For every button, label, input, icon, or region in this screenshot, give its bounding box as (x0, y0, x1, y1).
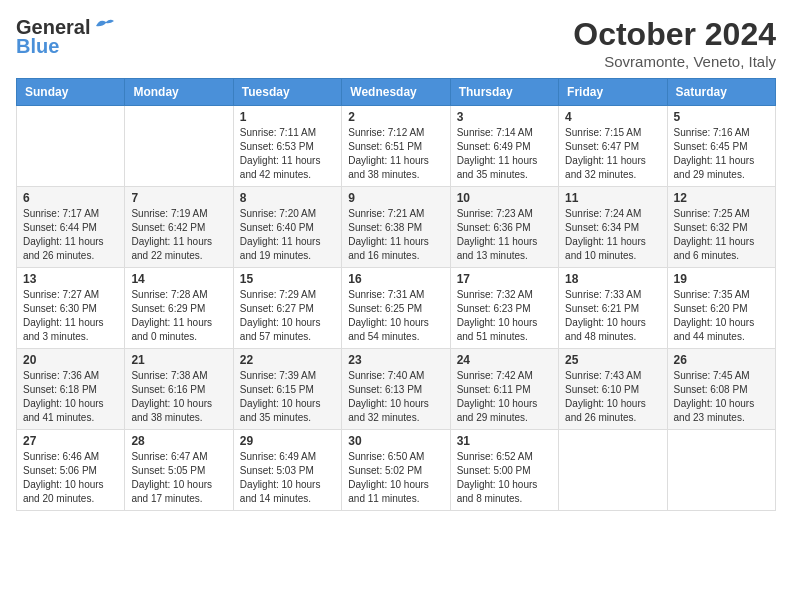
sunrise-text: Sunrise: 7:11 AM (240, 127, 316, 138)
cell-content: Sunrise: 6:46 AMSunset: 5:06 PMDaylight:… (23, 450, 118, 506)
calendar-cell: 23Sunrise: 7:40 AMSunset: 6:13 PMDayligh… (342, 349, 450, 430)
sunrise-text: Sunrise: 6:49 AM (240, 451, 316, 462)
calendar-row-4: 20Sunrise: 7:36 AMSunset: 6:18 PMDayligh… (17, 349, 776, 430)
day-number: 22 (240, 353, 335, 367)
daylight-text: Daylight: 11 hours and 10 minutes. (565, 236, 646, 261)
cell-content: Sunrise: 7:38 AMSunset: 6:16 PMDaylight:… (131, 369, 226, 425)
calendar-cell (125, 106, 233, 187)
daylight-text: Daylight: 10 hours and 26 minutes. (565, 398, 646, 423)
calendar-cell: 4Sunrise: 7:15 AMSunset: 6:47 PMDaylight… (559, 106, 667, 187)
weekday-header-wednesday: Wednesday (342, 79, 450, 106)
sunset-text: Sunset: 6:42 PM (131, 222, 205, 233)
sunrise-text: Sunrise: 7:40 AM (348, 370, 424, 381)
sunset-text: Sunset: 6:38 PM (348, 222, 422, 233)
weekday-header-sunday: Sunday (17, 79, 125, 106)
weekday-header-saturday: Saturday (667, 79, 775, 106)
sunset-text: Sunset: 5:03 PM (240, 465, 314, 476)
cell-content: Sunrise: 7:27 AMSunset: 6:30 PMDaylight:… (23, 288, 118, 344)
calendar-cell: 29Sunrise: 6:49 AMSunset: 5:03 PMDayligh… (233, 430, 341, 511)
day-number: 5 (674, 110, 769, 124)
sunset-text: Sunset: 6:15 PM (240, 384, 314, 395)
cell-content: Sunrise: 7:14 AMSunset: 6:49 PMDaylight:… (457, 126, 552, 182)
daylight-text: Daylight: 10 hours and 29 minutes. (457, 398, 538, 423)
calendar-row-5: 27Sunrise: 6:46 AMSunset: 5:06 PMDayligh… (17, 430, 776, 511)
sunrise-text: Sunrise: 7:12 AM (348, 127, 424, 138)
sunrise-text: Sunrise: 7:42 AM (457, 370, 533, 381)
day-number: 21 (131, 353, 226, 367)
daylight-text: Daylight: 10 hours and 11 minutes. (348, 479, 429, 504)
calendar-header: SundayMondayTuesdayWednesdayThursdayFrid… (17, 79, 776, 106)
day-number: 27 (23, 434, 118, 448)
cell-content: Sunrise: 6:50 AMSunset: 5:02 PMDaylight:… (348, 450, 443, 506)
calendar-cell: 7Sunrise: 7:19 AMSunset: 6:42 PMDaylight… (125, 187, 233, 268)
calendar-cell: 26Sunrise: 7:45 AMSunset: 6:08 PMDayligh… (667, 349, 775, 430)
cell-content: Sunrise: 6:52 AMSunset: 5:00 PMDaylight:… (457, 450, 552, 506)
cell-content: Sunrise: 6:49 AMSunset: 5:03 PMDaylight:… (240, 450, 335, 506)
calendar-cell: 17Sunrise: 7:32 AMSunset: 6:23 PMDayligh… (450, 268, 558, 349)
daylight-text: Daylight: 10 hours and 14 minutes. (240, 479, 321, 504)
day-number: 13 (23, 272, 118, 286)
day-number: 15 (240, 272, 335, 286)
sunrise-text: Sunrise: 7:29 AM (240, 289, 316, 300)
sunrise-text: Sunrise: 6:52 AM (457, 451, 533, 462)
sunset-text: Sunset: 5:05 PM (131, 465, 205, 476)
daylight-text: Daylight: 11 hours and 26 minutes. (23, 236, 104, 261)
sunrise-text: Sunrise: 6:46 AM (23, 451, 99, 462)
day-number: 26 (674, 353, 769, 367)
sunrise-text: Sunrise: 7:36 AM (23, 370, 99, 381)
sunset-text: Sunset: 6:21 PM (565, 303, 639, 314)
daylight-text: Daylight: 11 hours and 3 minutes. (23, 317, 104, 342)
daylight-text: Daylight: 10 hours and 57 minutes. (240, 317, 321, 342)
daylight-text: Daylight: 11 hours and 29 minutes. (674, 155, 755, 180)
daylight-text: Daylight: 10 hours and 17 minutes. (131, 479, 212, 504)
sunrise-text: Sunrise: 7:32 AM (457, 289, 533, 300)
sunrise-text: Sunrise: 7:33 AM (565, 289, 641, 300)
calendar-cell (559, 430, 667, 511)
cell-content: Sunrise: 7:39 AMSunset: 6:15 PMDaylight:… (240, 369, 335, 425)
day-number: 12 (674, 191, 769, 205)
daylight-text: Daylight: 10 hours and 32 minutes. (348, 398, 429, 423)
cell-content: Sunrise: 7:20 AMSunset: 6:40 PMDaylight:… (240, 207, 335, 263)
page-header: General Blue October 2024 Sovramonte, Ve… (16, 16, 776, 70)
cell-content: Sunrise: 7:17 AMSunset: 6:44 PMDaylight:… (23, 207, 118, 263)
daylight-text: Daylight: 10 hours and 41 minutes. (23, 398, 104, 423)
daylight-text: Daylight: 11 hours and 38 minutes. (348, 155, 429, 180)
calendar-cell: 14Sunrise: 7:28 AMSunset: 6:29 PMDayligh… (125, 268, 233, 349)
calendar-row-2: 6Sunrise: 7:17 AMSunset: 6:44 PMDaylight… (17, 187, 776, 268)
daylight-text: Daylight: 11 hours and 13 minutes. (457, 236, 538, 261)
calendar-cell: 27Sunrise: 6:46 AMSunset: 5:06 PMDayligh… (17, 430, 125, 511)
daylight-text: Daylight: 10 hours and 54 minutes. (348, 317, 429, 342)
sunset-text: Sunset: 5:06 PM (23, 465, 97, 476)
sunset-text: Sunset: 6:10 PM (565, 384, 639, 395)
sunset-text: Sunset: 6:11 PM (457, 384, 531, 395)
cell-content: Sunrise: 7:35 AMSunset: 6:20 PMDaylight:… (674, 288, 769, 344)
calendar-cell: 16Sunrise: 7:31 AMSunset: 6:25 PMDayligh… (342, 268, 450, 349)
sunrise-text: Sunrise: 7:20 AM (240, 208, 316, 219)
calendar-body: 1Sunrise: 7:11 AMSunset: 6:53 PMDaylight… (17, 106, 776, 511)
weekday-header-tuesday: Tuesday (233, 79, 341, 106)
day-number: 6 (23, 191, 118, 205)
day-number: 17 (457, 272, 552, 286)
daylight-text: Daylight: 10 hours and 23 minutes. (674, 398, 755, 423)
calendar-cell: 24Sunrise: 7:42 AMSunset: 6:11 PMDayligh… (450, 349, 558, 430)
day-number: 20 (23, 353, 118, 367)
daylight-text: Daylight: 10 hours and 44 minutes. (674, 317, 755, 342)
sunrise-text: Sunrise: 6:50 AM (348, 451, 424, 462)
sunset-text: Sunset: 6:36 PM (457, 222, 531, 233)
sunrise-text: Sunrise: 7:25 AM (674, 208, 750, 219)
daylight-text: Daylight: 10 hours and 51 minutes. (457, 317, 538, 342)
sunset-text: Sunset: 6:25 PM (348, 303, 422, 314)
calendar-cell: 18Sunrise: 7:33 AMSunset: 6:21 PMDayligh… (559, 268, 667, 349)
sunrise-text: Sunrise: 7:39 AM (240, 370, 316, 381)
cell-content: Sunrise: 7:25 AMSunset: 6:32 PMDaylight:… (674, 207, 769, 263)
cell-content: Sunrise: 6:47 AMSunset: 5:05 PMDaylight:… (131, 450, 226, 506)
sunset-text: Sunset: 5:00 PM (457, 465, 531, 476)
cell-content: Sunrise: 7:12 AMSunset: 6:51 PMDaylight:… (348, 126, 443, 182)
cell-content: Sunrise: 7:23 AMSunset: 6:36 PMDaylight:… (457, 207, 552, 263)
cell-content: Sunrise: 7:11 AMSunset: 6:53 PMDaylight:… (240, 126, 335, 182)
sunrise-text: Sunrise: 7:31 AM (348, 289, 424, 300)
cell-content: Sunrise: 7:28 AMSunset: 6:29 PMDaylight:… (131, 288, 226, 344)
sunset-text: Sunset: 6:29 PM (131, 303, 205, 314)
day-number: 1 (240, 110, 335, 124)
cell-content: Sunrise: 7:15 AMSunset: 6:47 PMDaylight:… (565, 126, 660, 182)
